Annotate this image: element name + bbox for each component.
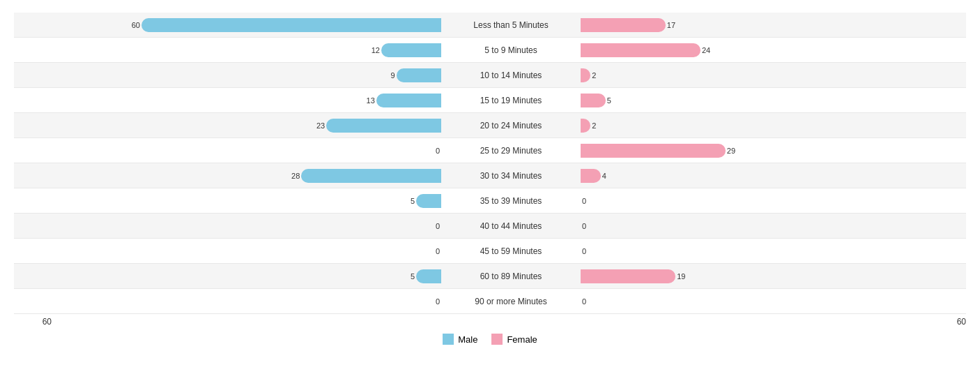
male-value: 60 xyxy=(132,21,140,29)
row-label: 30 to 34 Minutes xyxy=(441,171,581,181)
male-value: 13 xyxy=(367,96,375,105)
bar-male xyxy=(381,43,441,57)
male-value: 0 xyxy=(436,247,440,255)
legend-female-box xyxy=(491,334,503,345)
female-value: 0 xyxy=(582,197,586,205)
bar-female xyxy=(581,169,601,183)
table-row: 12 5 to 9 Minutes 24 xyxy=(14,38,966,63)
table-row: 60 Less than 5 Minutes 17 xyxy=(14,13,966,38)
table-row: 0 45 to 59 Minutes 0 xyxy=(14,239,966,264)
legend-female-label: Female xyxy=(507,334,537,345)
female-value: 24 xyxy=(702,46,710,54)
axis-right-label: 60 xyxy=(953,317,966,327)
bar-male xyxy=(376,94,441,107)
legend: Male Female xyxy=(14,334,966,345)
legend-male: Male xyxy=(443,334,477,345)
table-row: 0 40 to 44 Minutes 0 xyxy=(14,214,966,239)
table-row: 0 25 to 29 Minutes 29 xyxy=(14,138,966,163)
bar-female xyxy=(581,94,606,107)
bar-female xyxy=(581,144,726,158)
legend-female: Female xyxy=(491,334,537,345)
male-value: 5 xyxy=(411,272,415,281)
legend-male-label: Male xyxy=(458,334,477,345)
bar-male xyxy=(301,169,441,183)
bar-female xyxy=(581,18,666,32)
axis-left-label: 60 xyxy=(14,317,56,327)
female-value: 4 xyxy=(602,172,606,180)
table-row: 5 60 to 89 Minutes 19 xyxy=(14,264,966,289)
male-value: 23 xyxy=(316,121,325,130)
row-label: 15 to 19 Minutes xyxy=(441,96,581,105)
bar-female xyxy=(581,43,700,57)
male-value: 12 xyxy=(372,46,380,54)
table-row: 5 35 to 39 Minutes 0 xyxy=(14,188,966,214)
table-row: 23 20 to 24 Minutes 2 xyxy=(14,113,966,138)
bar-female xyxy=(581,119,590,133)
row-label: Less than 5 Minutes xyxy=(441,20,581,30)
table-row: 13 15 to 19 Minutes 5 xyxy=(14,88,966,113)
axis-row: 60 60 xyxy=(14,314,966,329)
male-value: 28 xyxy=(291,172,300,180)
bar-male xyxy=(141,18,441,32)
female-value: 0 xyxy=(582,222,586,230)
bar-male xyxy=(416,269,441,283)
bar-male xyxy=(397,68,442,82)
female-value: 2 xyxy=(592,121,596,130)
bar-female xyxy=(581,269,675,283)
male-value: 5 xyxy=(411,197,415,205)
table-row: 0 90 or more Minutes 0 xyxy=(14,289,966,314)
row-label: 90 or more Minutes xyxy=(441,297,581,306)
bar-male xyxy=(326,119,441,133)
female-value: 29 xyxy=(727,147,735,155)
chart-area: 60 Less than 5 Minutes 17 12 5 to 9 Minu… xyxy=(14,13,966,314)
row-label: 45 to 59 Minutes xyxy=(441,246,581,256)
female-value: 0 xyxy=(582,247,586,255)
male-value: 0 xyxy=(436,222,440,230)
row-label: 5 to 9 Minutes xyxy=(441,45,581,55)
bar-male xyxy=(416,194,441,208)
female-value: 2 xyxy=(592,71,596,80)
female-value: 17 xyxy=(667,21,675,29)
female-value: 19 xyxy=(677,272,685,281)
table-row: 9 10 to 14 Minutes 2 xyxy=(14,63,966,88)
male-value: 9 xyxy=(390,71,395,80)
row-label: 25 to 29 Minutes xyxy=(441,146,581,156)
row-label: 40 to 44 Minutes xyxy=(441,221,581,231)
male-value: 0 xyxy=(436,147,440,155)
row-label: 10 to 14 Minutes xyxy=(441,70,581,80)
bar-female xyxy=(581,68,590,82)
female-value: 5 xyxy=(607,96,611,105)
row-label: 20 to 24 Minutes xyxy=(441,121,581,131)
male-value: 0 xyxy=(436,297,440,306)
row-label: 60 to 89 Minutes xyxy=(441,271,581,281)
row-label: 35 to 39 Minutes xyxy=(441,196,581,206)
table-row: 28 30 to 34 Minutes 4 xyxy=(14,163,966,188)
female-value: 0 xyxy=(582,297,586,306)
legend-male-box xyxy=(443,334,454,345)
